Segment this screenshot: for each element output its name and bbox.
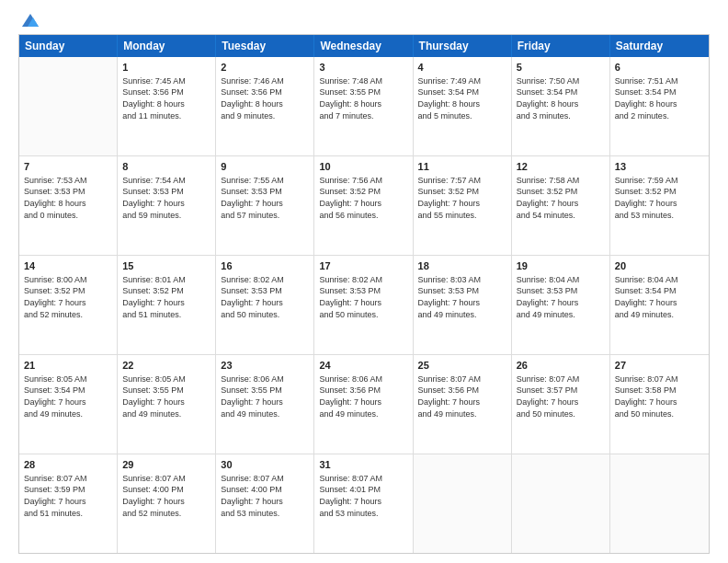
cell-text: Sunrise: 7:45 AM Sunset: 3:56 PM Dayligh… [122,75,210,121]
cell-text: Sunrise: 8:04 AM Sunset: 3:54 PM Dayligh… [615,274,704,320]
calendar-cell: 17Sunrise: 8:02 AM Sunset: 3:53 PM Dayli… [314,256,413,354]
day-number: 4 [418,61,506,75]
header-day-saturday: Saturday [610,35,709,57]
calendar-cell: 7Sunrise: 7:53 AM Sunset: 3:53 PM Daylig… [19,156,118,255]
cell-text: Sunrise: 8:07 AM Sunset: 4:00 PM Dayligh… [122,473,210,519]
day-number: 16 [221,259,309,273]
calendar-cell: 18Sunrise: 8:03 AM Sunset: 3:53 PM Dayli… [414,256,512,354]
calendar-row: 21Sunrise: 8:05 AM Sunset: 3:54 PM Dayli… [19,355,709,454]
calendar-cell: 25Sunrise: 8:07 AM Sunset: 3:56 PM Dayli… [414,355,512,454]
calendar-cell: 1Sunrise: 7:45 AM Sunset: 3:56 PM Daylig… [118,57,216,155]
cell-text: Sunrise: 7:58 AM Sunset: 3:52 PM Dayligh… [517,175,605,221]
header-day-sunday: Sunday [19,35,118,57]
day-number: 23 [221,359,309,373]
day-number: 31 [319,458,407,472]
calendar-cell: 23Sunrise: 8:06 AM Sunset: 3:55 PM Dayli… [216,355,314,454]
day-number: 8 [122,160,210,174]
cell-text: Sunrise: 7:50 AM Sunset: 3:54 PM Dayligh… [517,75,605,121]
day-number: 7 [24,160,112,174]
cell-text: Sunrise: 8:04 AM Sunset: 3:53 PM Dayligh… [517,274,605,320]
day-number: 15 [122,259,210,273]
cell-text: Sunrise: 8:02 AM Sunset: 3:53 PM Dayligh… [319,274,407,320]
calendar-cell: 19Sunrise: 8:04 AM Sunset: 3:53 PM Dayli… [512,256,610,354]
day-number: 13 [615,160,704,174]
header-day-tuesday: Tuesday [216,35,314,57]
day-number: 2 [221,61,309,75]
cell-text: Sunrise: 7:54 AM Sunset: 3:53 PM Dayligh… [122,175,210,221]
calendar-cell: 24Sunrise: 8:06 AM Sunset: 3:56 PM Dayli… [314,355,413,454]
day-number: 21 [24,359,112,373]
calendar-cell: 13Sunrise: 7:59 AM Sunset: 3:52 PM Dayli… [610,156,709,255]
cell-text: Sunrise: 7:57 AM Sunset: 3:52 PM Dayligh… [418,175,506,221]
cell-text: Sunrise: 8:07 AM Sunset: 3:58 PM Dayligh… [615,373,704,419]
day-number: 25 [418,359,506,373]
day-number: 12 [517,160,605,174]
day-number: 6 [615,61,704,75]
logo-icon [20,10,40,30]
calendar-cell: 5Sunrise: 7:50 AM Sunset: 3:54 PM Daylig… [512,57,610,155]
calendar-cell: 6Sunrise: 7:51 AM Sunset: 3:54 PM Daylig… [610,57,709,155]
day-number: 24 [319,359,407,373]
header-day-wednesday: Wednesday [314,35,413,57]
cell-text: Sunrise: 7:59 AM Sunset: 3:52 PM Dayligh… [615,175,704,221]
calendar-row: 14Sunrise: 8:00 AM Sunset: 3:52 PM Dayli… [19,256,709,355]
day-number: 20 [615,259,704,273]
cell-text: Sunrise: 8:07 AM Sunset: 3:57 PM Dayligh… [517,373,605,419]
cell-text: Sunrise: 7:51 AM Sunset: 3:54 PM Dayligh… [615,75,704,121]
calendar-row: 1Sunrise: 7:45 AM Sunset: 3:56 PM Daylig… [19,57,709,156]
day-number: 10 [319,160,407,174]
calendar-cell: 27Sunrise: 8:07 AM Sunset: 3:58 PM Dayli… [610,355,709,454]
calendar-cell: 31Sunrise: 8:07 AM Sunset: 4:01 PM Dayli… [314,454,413,553]
day-number: 18 [418,259,506,273]
header-day-thursday: Thursday [414,35,512,57]
cell-text: Sunrise: 7:46 AM Sunset: 3:56 PM Dayligh… [221,75,309,121]
cell-text: Sunrise: 8:07 AM Sunset: 3:59 PM Dayligh… [24,473,112,519]
header [18,14,710,27]
cell-text: Sunrise: 7:56 AM Sunset: 3:52 PM Dayligh… [319,175,407,221]
calendar-cell [414,454,512,553]
cell-text: Sunrise: 8:07 AM Sunset: 4:01 PM Dayligh… [319,473,407,519]
cell-text: Sunrise: 8:07 AM Sunset: 3:56 PM Dayligh… [418,373,506,419]
calendar-cell: 2Sunrise: 7:46 AM Sunset: 3:56 PM Daylig… [216,57,314,155]
header-day-friday: Friday [512,35,610,57]
day-number: 19 [517,259,605,273]
calendar-row: 28Sunrise: 8:07 AM Sunset: 3:59 PM Dayli… [19,454,709,553]
day-number: 1 [122,61,210,75]
calendar-body: 1Sunrise: 7:45 AM Sunset: 3:56 PM Daylig… [19,57,709,553]
day-number: 9 [221,160,309,174]
cell-text: Sunrise: 8:02 AM Sunset: 3:53 PM Dayligh… [221,274,309,320]
calendar-cell: 26Sunrise: 8:07 AM Sunset: 3:57 PM Dayli… [512,355,610,454]
calendar-cell: 8Sunrise: 7:54 AM Sunset: 3:53 PM Daylig… [118,156,216,255]
cell-text: Sunrise: 7:48 AM Sunset: 3:55 PM Dayligh… [319,75,407,121]
cell-text: Sunrise: 8:00 AM Sunset: 3:52 PM Dayligh… [24,274,112,320]
page: SundayMondayTuesdayWednesdayThursdayFrid… [0,0,728,563]
header-day-monday: Monday [118,35,216,57]
calendar-cell: 21Sunrise: 8:05 AM Sunset: 3:54 PM Dayli… [19,355,118,454]
calendar-cell: 3Sunrise: 7:48 AM Sunset: 3:55 PM Daylig… [314,57,413,155]
cell-text: Sunrise: 7:55 AM Sunset: 3:53 PM Dayligh… [221,175,309,221]
cell-text: Sunrise: 7:49 AM Sunset: 3:54 PM Dayligh… [418,75,506,121]
cell-text: Sunrise: 8:05 AM Sunset: 3:54 PM Dayligh… [24,373,112,419]
cell-text: Sunrise: 8:03 AM Sunset: 3:53 PM Dayligh… [418,274,506,320]
cell-text: Sunrise: 8:07 AM Sunset: 4:00 PM Dayligh… [221,473,309,519]
calendar-cell: 15Sunrise: 8:01 AM Sunset: 3:52 PM Dayli… [118,256,216,354]
logo [18,17,40,27]
calendar-cell: 22Sunrise: 8:05 AM Sunset: 3:55 PM Dayli… [118,355,216,454]
calendar-cell: 29Sunrise: 8:07 AM Sunset: 4:00 PM Dayli… [118,454,216,553]
cell-text: Sunrise: 7:53 AM Sunset: 3:53 PM Dayligh… [24,175,112,221]
cell-text: Sunrise: 8:06 AM Sunset: 3:55 PM Dayligh… [221,373,309,419]
calendar-cell: 4Sunrise: 7:49 AM Sunset: 3:54 PM Daylig… [414,57,512,155]
calendar-cell [512,454,610,553]
cell-text: Sunrise: 8:01 AM Sunset: 3:52 PM Dayligh… [122,274,210,320]
day-number: 28 [24,458,112,472]
calendar-cell: 9Sunrise: 7:55 AM Sunset: 3:53 PM Daylig… [216,156,314,255]
calendar-cell: 28Sunrise: 8:07 AM Sunset: 3:59 PM Dayli… [19,454,118,553]
calendar-cell: 10Sunrise: 7:56 AM Sunset: 3:52 PM Dayli… [314,156,413,255]
day-number: 3 [319,61,407,75]
calendar-header: SundayMondayTuesdayWednesdayThursdayFrid… [19,35,709,57]
day-number: 22 [122,359,210,373]
day-number: 27 [615,359,704,373]
calendar-cell: 14Sunrise: 8:00 AM Sunset: 3:52 PM Dayli… [19,256,118,354]
day-number: 26 [517,359,605,373]
calendar: SundayMondayTuesdayWednesdayThursdayFrid… [18,34,710,554]
